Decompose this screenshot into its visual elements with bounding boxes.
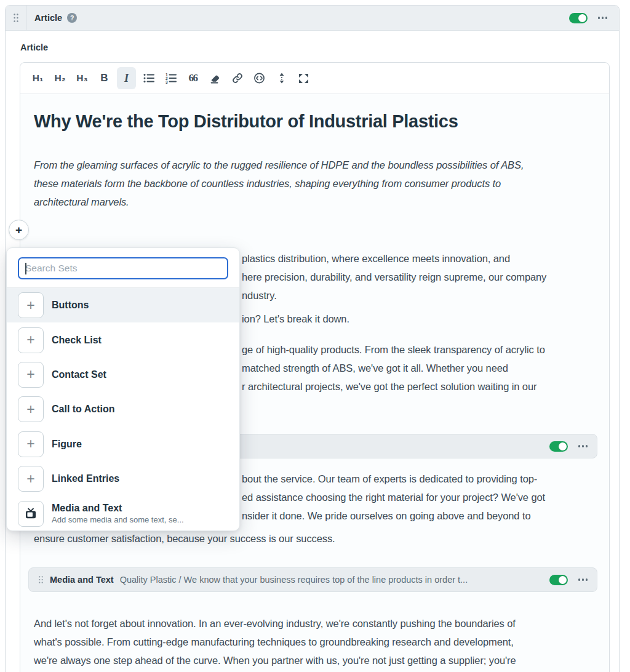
toolbar-bullet-list-button[interactable] — [139, 67, 158, 89]
popover-item-figure[interactable]: + Figure — [7, 427, 239, 462]
paragraph-fragment: bout the service. Our team of experts is… — [242, 470, 537, 488]
expand-vertical-icon — [276, 72, 287, 84]
toolbar-numbered-list-button[interactable]: 123 — [161, 67, 180, 89]
code-embed-icon — [253, 72, 266, 85]
plus-icon: + — [18, 327, 44, 353]
quote-icon: 66 — [189, 72, 197, 84]
eraser-icon — [209, 72, 221, 84]
intro-line: these materials form the backbone of cou… — [34, 174, 501, 193]
paragraph-fragment: ndustry. — [242, 286, 277, 305]
drag-handle-icon — [13, 13, 19, 23]
media-text-block-bar[interactable]: Media and Text Quality Plastic / We know… — [28, 567, 597, 592]
toolbar-bold-button[interactable]: B — [95, 67, 114, 89]
search-area — [7, 248, 239, 287]
media-text-toggle[interactable] — [549, 575, 568, 585]
intro-line: From the gleaming surfaces of acrylic to… — [34, 156, 524, 174]
fullscreen-icon — [298, 73, 309, 84]
editor-toolbar: H₁ H₂ H₃ B I 123 66 — [20, 63, 609, 94]
popover-item-label: Media and Text — [52, 503, 184, 514]
slice-toggle[interactable] — [569, 13, 588, 23]
paragraph-fragment: here precision, durability, and versatil… — [242, 268, 546, 286]
paragraph-line: what's possible. From cutting-edge manuf… — [34, 633, 514, 651]
paragraph-fragment: ion? Let's break it down. — [242, 310, 349, 328]
paragraph-line: we're always one step ahead of the curve… — [34, 651, 516, 670]
popover-item-text: Media and Text Add some media and some t… — [52, 503, 184, 524]
slice-header: Article ? — [6, 6, 619, 31]
link-icon — [231, 72, 244, 84]
paragraph-fragment: ed assistance choosing the right materia… — [242, 488, 545, 506]
popover-item-label: Linked Entries — [52, 473, 119, 484]
tv-icon — [18, 501, 44, 527]
text-caret — [25, 263, 26, 274]
block-drag-handle-icon[interactable] — [38, 575, 44, 584]
hidden-block-toggle[interactable] — [549, 441, 568, 452]
plus-icon: + — [18, 362, 44, 388]
popover-item-label: Contact Set — [52, 369, 106, 380]
svg-text:3: 3 — [165, 80, 168, 84]
toolbar-h1-button[interactable]: H₁ — [28, 67, 47, 89]
paragraph-fragment: r architectural projects, we've got the … — [242, 377, 536, 396]
toolbar-link-button[interactable] — [228, 67, 247, 89]
popover-item-media-and-text[interactable]: Media and Text Add some media and some t… — [7, 496, 239, 530]
paragraph-fragment: ge of high-quality products. From the sl… — [242, 340, 545, 359]
slice-menu-button[interactable] — [598, 13, 608, 23]
hidden-block-menu-button[interactable] — [578, 441, 588, 451]
popover-item-linked-entries[interactable]: + Linked Entries — [7, 462, 239, 496]
popover-item-contact-set[interactable]: + Contact Set — [7, 358, 239, 392]
block-label: Media and Text — [50, 575, 114, 585]
popover-item-check-list[interactable]: + Check List — [7, 322, 239, 357]
popover-item-buttons[interactable]: + Buttons — [7, 288, 239, 322]
popover-item-label: Figure — [52, 439, 82, 450]
paragraph-fragment: plastics distribution, where excellence … — [242, 249, 510, 268]
popover-item-call-to-action[interactable]: + Call to Action — [7, 392, 239, 426]
help-icon[interactable]: ? — [67, 13, 77, 23]
search-sets-input[interactable] — [18, 257, 228, 279]
popover-item-label: Check List — [52, 335, 102, 346]
media-text-menu-button[interactable] — [578, 575, 588, 585]
block-description: Quality Plastic / We know that your busi… — [120, 575, 468, 585]
toolbar-clear-format-button[interactable] — [205, 67, 225, 89]
popover-item-label: Call to Action — [52, 404, 115, 415]
toolbar-quote-button[interactable]: 66 — [183, 67, 202, 89]
field-label: Article — [20, 42, 48, 52]
toolbar-fullscreen-button[interactable] — [294, 67, 313, 89]
insert-block-button[interactable]: + — [9, 220, 29, 240]
bullet-list-icon — [143, 72, 155, 84]
toolbar-embed-button[interactable] — [250, 67, 269, 89]
plus-icon: + — [18, 466, 44, 492]
paragraph-fragment: matched strength of ABS, we've got it al… — [242, 359, 508, 377]
paragraph-line: ensure customer satisfaction, because yo… — [34, 529, 335, 548]
plus-icon: + — [18, 431, 44, 457]
document-heading: Why We're the Top Distributor of Industr… — [34, 111, 458, 132]
popover-item-description: Add some media and some text, se... — [52, 515, 184, 524]
toolbar-h2-button[interactable]: H₂ — [50, 67, 70, 89]
plus-icon: + — [18, 396, 44, 422]
paragraph-fragment: nsider it done. We pride ourselves on go… — [242, 506, 530, 525]
popover-item-label: Buttons — [52, 300, 89, 311]
toolbar-h3-button[interactable]: H₃ — [73, 67, 92, 89]
slice-title: Article — [34, 13, 62, 23]
intro-line: architectural marvels. — [34, 193, 129, 211]
slice-drag-handle[interactable] — [6, 6, 26, 30]
insert-set-popover: + Buttons + Check List + Contact Set + C… — [6, 247, 240, 531]
plus-icon: + — [18, 292, 44, 318]
toolbar-expand-vertical-button[interactable] — [272, 67, 291, 89]
numbered-list-icon: 123 — [165, 72, 177, 84]
toolbar-italic-button[interactable]: I — [117, 67, 136, 89]
paragraph-line: And let's not forget about innovation. I… — [34, 614, 516, 633]
